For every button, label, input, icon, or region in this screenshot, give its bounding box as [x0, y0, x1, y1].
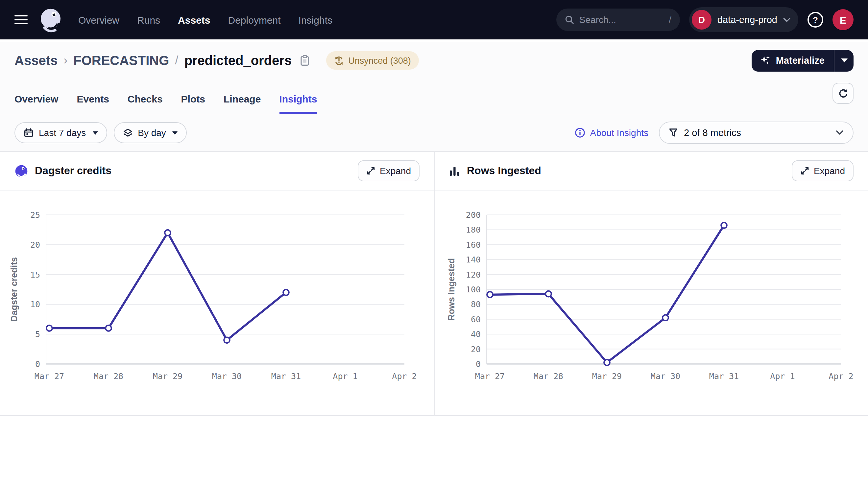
empty-page-area	[0, 416, 868, 497]
svg-text:Mar 31: Mar 31	[271, 371, 301, 381]
materialize-label: Materialize	[776, 55, 825, 66]
svg-text:Mar 28: Mar 28	[534, 371, 563, 381]
svg-text:5: 5	[35, 329, 40, 339]
asset-header: Assets › FORECASTING / predicted_orders	[0, 42, 868, 79]
dagster-logo-icon	[14, 164, 28, 178]
chart-title: Rows Ingested	[467, 165, 541, 177]
deployment-switcher[interactable]: D data-eng-prod	[689, 7, 798, 32]
svg-text:Mar 29: Mar 29	[592, 371, 622, 381]
about-insights-link[interactable]: About Insights	[575, 128, 648, 138]
calendar-icon	[24, 128, 34, 137]
dagster-logo-icon[interactable]	[38, 6, 64, 33]
svg-text:120: 120	[466, 270, 481, 279]
rows-ingested-card: Rows Ingested Expand 0204060801001201401…	[434, 152, 868, 415]
breadcrumb-group-link[interactable]: FORECASTING	[73, 53, 169, 68]
hamburger-menu-icon[interactable]	[14, 15, 28, 25]
expand-label: Expand	[814, 166, 845, 176]
search-placeholder: Search...	[579, 14, 616, 25]
sparkles-icon	[760, 55, 771, 66]
nav-item-insights[interactable]: Insights	[298, 14, 332, 25]
svg-text:200: 200	[466, 210, 481, 220]
materialize-button[interactable]: Materialize	[752, 50, 834, 71]
sync-alert-icon	[334, 55, 344, 65]
expand-dagster-credits-button[interactable]: Expand	[357, 160, 420, 181]
expand-icon	[800, 166, 809, 175]
search-shortcut-hint: /	[669, 14, 672, 25]
svg-text:15: 15	[30, 270, 40, 279]
svg-text:Mar 29: Mar 29	[153, 371, 182, 381]
expand-label: Expand	[380, 166, 411, 176]
layers-icon	[123, 128, 132, 137]
asset-tabs: Overview Events Checks Plots Lineage Ins…	[0, 79, 868, 114]
svg-text:Apr 1: Apr 1	[770, 371, 795, 381]
about-insights-label: About Insights	[590, 128, 648, 138]
deployment-name: data-eng-prod	[717, 14, 777, 25]
svg-text:180: 180	[466, 225, 481, 235]
asset-name: predicted_orders	[184, 53, 292, 68]
unsynced-status-badge[interactable]: Unsynced (308)	[326, 51, 419, 70]
caret-down-icon	[841, 58, 847, 62]
tab-lineage[interactable]: Lineage	[224, 93, 261, 114]
insights-charts-grid: Dagster credits Expand 0510152025Dagster…	[0, 152, 868, 416]
metrics-filter-select[interactable]: 2 of 8 metrics	[659, 121, 854, 144]
deployment-badge: D	[692, 10, 712, 29]
svg-text:25: 25	[30, 210, 40, 220]
svg-text:100: 100	[466, 285, 481, 294]
refresh-icon	[838, 88, 848, 99]
expand-icon	[366, 166, 375, 175]
materialize-split-button: Materialize	[752, 50, 854, 71]
filter-funnel-icon	[669, 128, 678, 137]
expand-rows-ingested-button[interactable]: Expand	[791, 160, 854, 181]
dagster-credits-card: Dagster credits Expand 0510152025Dagster…	[0, 152, 434, 415]
tab-overview[interactable]: Overview	[14, 93, 58, 114]
nav-item-deployment[interactable]: Deployment	[228, 14, 281, 25]
date-range-dropdown[interactable]: Last 7 days	[14, 122, 107, 143]
svg-text:Apr 1: Apr 1	[333, 371, 357, 381]
svg-text:Mar 30: Mar 30	[651, 371, 680, 381]
svg-text:Apr 2: Apr 2	[829, 371, 853, 381]
tab-plots[interactable]: Plots	[181, 93, 205, 114]
svg-text:Mar 28: Mar 28	[94, 371, 123, 381]
granularity-label: By day	[138, 128, 166, 138]
top-nav: Overview Runs Assets Deployment Insights…	[0, 0, 868, 39]
copy-asset-name-icon[interactable]	[299, 54, 309, 66]
search-icon	[565, 15, 574, 24]
unsynced-label: Unsynced (308)	[348, 55, 411, 65]
svg-text:80: 80	[471, 300, 481, 309]
svg-text:Mar 27: Mar 27	[475, 371, 505, 381]
tab-events[interactable]: Events	[77, 93, 109, 114]
tab-checks[interactable]: Checks	[128, 93, 163, 114]
svg-text:40: 40	[471, 329, 481, 339]
chart-title: Dagster credits	[35, 165, 112, 177]
materialize-dropdown-button[interactable]	[834, 50, 854, 71]
svg-text:Dagster credits: Dagster credits	[9, 257, 19, 322]
date-range-label: Last 7 days	[39, 128, 86, 138]
svg-text:Apr 2: Apr 2	[392, 371, 417, 381]
svg-text:140: 140	[466, 255, 481, 264]
info-icon	[575, 128, 586, 138]
user-avatar[interactable]: E	[832, 9, 854, 30]
caret-down-icon	[92, 131, 98, 134]
dagster-credits-line-chart: 0510152025Dagster creditsMar 27Mar 28Mar…	[0, 191, 434, 415]
search-input[interactable]: Search... /	[556, 9, 680, 31]
nav-item-runs[interactable]: Runs	[137, 14, 160, 25]
granularity-dropdown[interactable]: By day	[113, 122, 187, 143]
svg-text:0: 0	[35, 359, 40, 369]
nav-item-overview[interactable]: Overview	[78, 14, 119, 25]
rows-ingested-line-chart: 020406080100120140160180200Rows Ingested…	[435, 191, 868, 415]
svg-text:Mar 31: Mar 31	[709, 371, 739, 381]
tab-insights[interactable]: Insights	[279, 93, 317, 114]
refresh-button[interactable]	[832, 83, 854, 104]
breadcrumb-separator: ›	[63, 54, 67, 67]
breadcrumb: Assets › FORECASTING / predicted_orders	[14, 51, 419, 70]
svg-text:20: 20	[471, 344, 481, 354]
svg-text:20: 20	[30, 240, 40, 250]
help-icon[interactable]: ?	[807, 12, 823, 28]
svg-text:160: 160	[466, 240, 481, 250]
bar-chart-icon	[449, 165, 460, 176]
chevron-down-icon	[836, 130, 844, 135]
breadcrumb-assets-link[interactable]: Assets	[14, 53, 58, 68]
nav-item-assets[interactable]: Assets	[178, 14, 210, 25]
metrics-filter-label: 2 of 8 metrics	[684, 128, 741, 138]
svg-text:10: 10	[30, 300, 40, 309]
